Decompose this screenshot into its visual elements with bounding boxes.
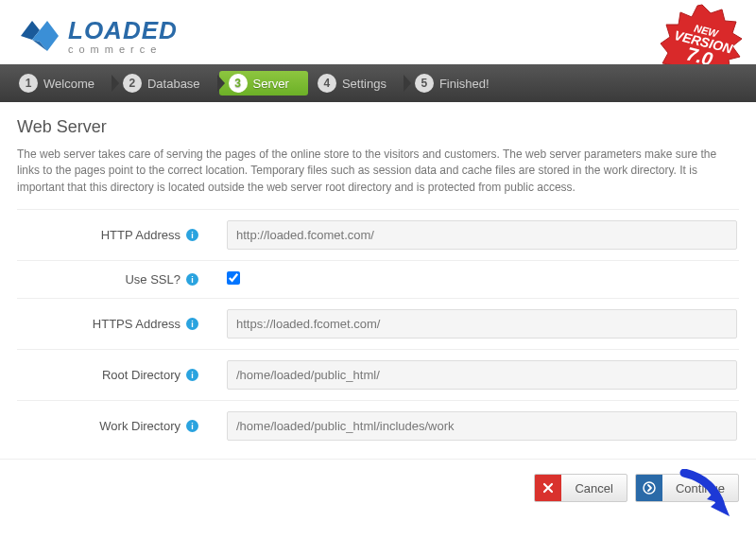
info-icon[interactable]: i	[186, 369, 198, 381]
work-directory-input[interactable]	[227, 411, 737, 441]
step-label: Welcome	[43, 77, 94, 91]
step-label: Database	[147, 77, 200, 91]
label-http-address: HTTP Address i	[17, 228, 206, 242]
use-ssl-checkbox[interactable]	[227, 271, 240, 285]
svg-point-1	[644, 482, 655, 494]
http-address-input[interactable]	[227, 220, 737, 250]
info-icon[interactable]: i	[186, 420, 198, 432]
continue-button[interactable]: Continue	[635, 474, 739, 502]
https-address-input[interactable]	[227, 309, 737, 339]
info-icon[interactable]: i	[186, 318, 198, 330]
step-label: Server	[253, 77, 289, 91]
label-root-directory: Root Directory i	[17, 368, 206, 382]
step-finished[interactable]: 5 Finished!	[405, 71, 508, 96]
root-directory-input[interactable]	[227, 360, 737, 390]
logo-text-main: LOADED	[68, 18, 178, 43]
wizard-steps: 1 Welcome 2 Database 3 Server 4 Settings…	[0, 64, 756, 102]
page-description: The web server takes care of serving the…	[17, 147, 739, 196]
label-use-ssl: Use SSL? i	[17, 272, 206, 287]
page-title: Web Server	[17, 117, 739, 137]
cancel-button[interactable]: Cancel	[534, 474, 627, 502]
logo-mark-icon	[19, 17, 60, 55]
label-https-address: HTTPS Address i	[17, 317, 206, 331]
step-server[interactable]: 3 Server	[219, 71, 308, 96]
arrow-right-circle-icon	[636, 475, 662, 501]
step-welcome[interactable]: 1 Welcome	[9, 71, 113, 96]
info-icon[interactable]: i	[186, 273, 198, 286]
info-icon[interactable]: i	[186, 229, 198, 241]
logo-text-sub: commerce	[68, 44, 178, 55]
logo: LOADED commerce	[19, 17, 737, 55]
step-label: Finished!	[439, 77, 490, 91]
label-work-directory: Work Directory i	[17, 419, 206, 433]
step-settings[interactable]: 4 Settings	[308, 71, 405, 96]
step-database[interactable]: 2 Database	[113, 71, 219, 96]
step-label: Settings	[342, 77, 387, 91]
close-icon	[535, 475, 561, 501]
